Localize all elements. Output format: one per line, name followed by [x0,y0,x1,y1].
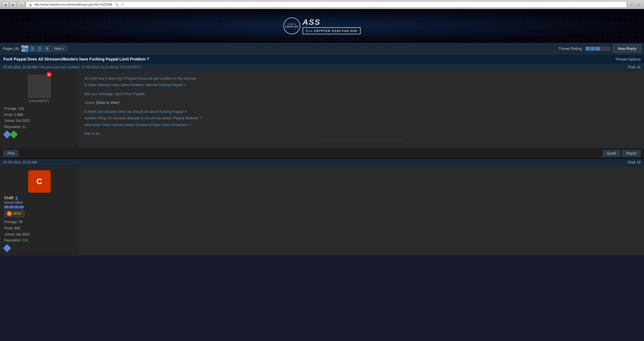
post-1-stats: Prestige: 131 Posts: 2,568 Joined: Oct 2… [4,106,74,130]
thread-title-bar: Fuck Paypal Does All Stressers/Booters h… [0,55,644,64]
post-1-avatar-badge: ★ [46,71,52,78]
page-2-button[interactable]: 2 [29,46,35,52]
rank-bar-1 [4,206,9,208]
star-4 [601,47,605,51]
star-5 [606,47,610,51]
banner-area: CRYPTA CRYPT MY ASS C++ CRYPTER %100 FUD… [0,9,644,43]
star-1 [585,47,590,51]
post-2-joined: Joined: Jan 2012 [4,232,74,238]
next-page-button[interactable]: Next » [51,46,67,52]
online-icon: 👤 [15,196,19,200]
post-2-user-col: C Craft 👤 Handcrafted 0 3P1C [0,166,79,255]
address-bar[interactable]: 🔒 http://www.hackforums.net/showthread.p… [26,1,627,8]
post-1-user-col: ★ [closed@HF:] Prestige: 131 Posts: 2,56… [0,71,79,148]
post-text-line-1: So until now 5 time my 5 Paypal Accounts… [85,75,638,88]
banner-title: ASS [303,18,321,27]
post-2-date: 07-05-2014, 10:19 AM [3,160,37,164]
post-1-header: 07-05-2014, 10:16 AM (This post was last… [0,64,644,71]
rank-bars [4,206,74,208]
badge-diamond-blue2 [3,244,11,252]
rating-stars [585,47,610,51]
post-2-posts: Posts: 942 [4,225,74,232]
post-2-avatar: C [28,170,51,193]
post-spoiler: Spoiler (Click to View) [85,99,638,106]
post-text-line-2: this last message I got it from Paypal.. [85,91,638,97]
thread-rating-label: Thread Rating: [558,46,583,51]
star-icon[interactable]: ☆ [636,1,642,8]
post-1-reputation: Reputation: 21 [4,124,74,130]
badge-diamond-green [10,131,18,138]
post-1-posts: Posts: 2,568 [4,112,74,118]
post-1-content: So until now 5 time my 5 Paypal Accounts… [79,71,644,148]
page-1-button[interactable]: Post: #1 [22,46,28,52]
post-2-avatar-area: C [4,170,74,193]
post-2-prestige: Prestige: 78 [4,219,74,225]
post-2-rank: Handcrafted [4,201,74,205]
post-2-reputation: Reputation: 123 [4,237,74,244]
craft-letter: C [36,177,42,186]
rank-bar-4 [19,206,24,208]
rank-bar-3 [14,206,19,208]
post-1-date: 07-05-2014, 10:16 AM (This post was last… [3,65,141,69]
post-divider [319,140,404,140]
post-2-container: 07-05-2014, 10:19 AM Post: #2 C Craft 👤 … [0,159,644,255]
post-2-stats: Prestige: 78 Posts: 942 Joined: Jan 2012… [4,219,74,243]
post-text-line-3: is there any solution what we should do … [85,108,638,128]
quote-button[interactable]: Quote [603,150,620,157]
new-reply-button[interactable]: New Reply [613,44,641,53]
banner-text-area: ASS C++ CRYPTER %100 FUD 0/60 [303,18,361,34]
home-icon[interactable]: ⌂ [628,1,634,8]
banner-logo: CRYPTA CRYPT MY ASS C++ CRYPTER %100 FUD… [283,17,361,34]
thread-options-button[interactable]: Thread Options [615,57,641,61]
post-2-username: Craft [4,196,14,200]
star-3 [596,47,600,51]
post-1-modified: (This post was last modified: 07-05-2014… [38,65,141,69]
post-1-container: 07-05-2014, 10:16 AM (This post was last… [0,64,644,159]
post-1-right-actions: Quote Report [603,150,641,157]
post-1-username: [closed@HF:] [29,99,50,103]
epic-label: 3P1C [13,212,22,215]
refresh-button[interactable]: ↻ [18,1,24,8]
browser-chrome: ◀ ▶ ↻ 🔒 http://www.hackforums.net/showth… [0,0,644,9]
pages-nav: Pages (4): Post: #1 2 3 4 Next » [3,46,67,52]
post-1-badges [4,132,74,137]
banner-content: CRYPTA CRYPT MY ASS C++ CRYPTER %100 FUD… [283,17,361,34]
post-2-num: Post: #2 [628,160,641,164]
post-text-line-4: that is all... [85,130,638,137]
page-4-button[interactable]: 4 [44,46,50,52]
post-1-body: ★ [closed@HF:] Prestige: 131 Posts: 2,56… [0,71,644,148]
star-2 [590,47,595,51]
post-1-prestige: Prestige: 131 [4,106,74,112]
url-text: http://www.hackforums.net/showthread.php… [34,3,112,6]
post-2-badges [4,245,74,251]
post-1-actions: Find Quote Report [0,148,644,159]
post-1-joined: Joined: Oct 2013 [4,118,74,124]
forward-button[interactable]: ▶ [10,1,16,8]
nav-right: Thread Rating: New Reply [558,44,641,53]
thread-title: Fuck Paypal Does All Stressers/Booters h… [3,57,149,61]
epic-num: 0 [7,211,12,216]
banner-circle-logo: CRYPTA CRYPT MY [283,17,300,34]
post-2-content [79,166,644,255]
post-2-body: C Craft 👤 Handcrafted 0 3P1C [0,166,644,255]
spoiler-link[interactable]: (Click to View) [96,100,119,105]
rank-bar-2 [9,206,14,208]
nav-bar: Pages (4): Post: #1 2 3 4 Next » Thread … [0,43,644,55]
back-button[interactable]: ◀ [2,1,8,8]
banner-circle-logo-inner: CRYPTA CRYPT MY [285,23,298,28]
page-3-button[interactable]: 3 [37,46,43,52]
browser-right-icons: ⌂ ☆ [628,1,642,8]
banner-subtitle-box: C++ CRYPTER %100 FUD 0/60 [303,27,361,34]
spoiler-label: Spoiler [85,101,95,105]
post-1-text: So until now 5 time my 5 Paypal Accounts… [85,75,638,137]
banner-subtitle-text: C++ CRYPTER %100 FUD 0/60 [306,29,357,33]
report-button[interactable]: Report [622,150,641,157]
post-1-num: Post: #1 [628,65,641,69]
post-2-header: 07-05-2014, 10:19 AM Post: #2 [0,159,644,166]
post-1-avatar [28,75,51,98]
post-1-avatar-area: ★ [closed@HF:] [4,75,74,103]
pages-label: Pages (4): [3,46,20,51]
epic-badge: 0 3P1C [4,210,25,217]
find-button[interactable]: Find [3,150,18,157]
